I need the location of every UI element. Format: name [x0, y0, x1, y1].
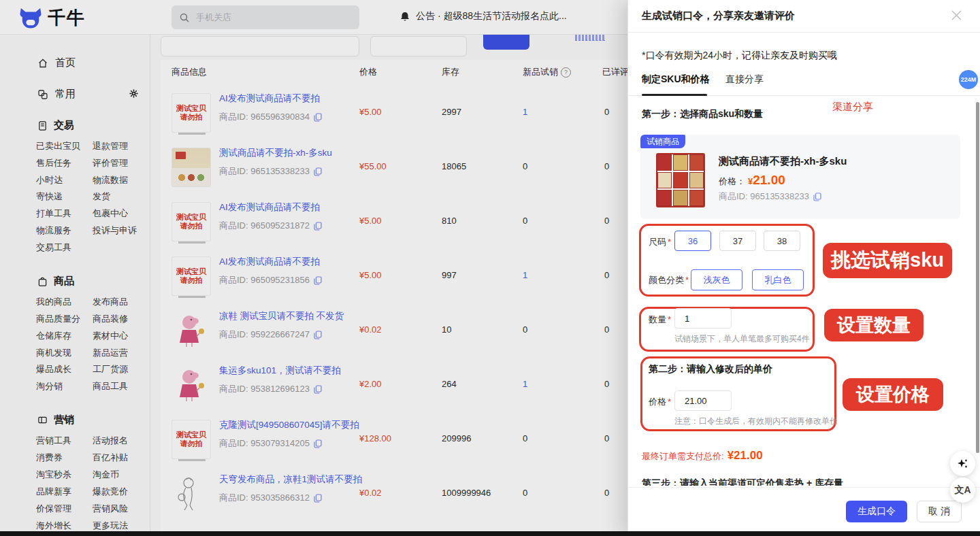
sidebar-link[interactable]: 已卖出宝贝 [36, 140, 80, 152]
product-title-link[interactable]: 天穹发布商品，凉鞋1测试请不要拍 [219, 473, 362, 486]
copy-icon[interactable] [314, 113, 322, 122]
size-option-38[interactable]: 38 [764, 231, 800, 251]
sidebar-link[interactable]: 营销工具 [36, 435, 71, 447]
filter-input-1[interactable] [161, 36, 359, 56]
copy-icon[interactable] [314, 167, 322, 176]
sidebar-link[interactable]: 打单工具 [36, 207, 71, 220]
sidebar-item-frequent[interactable]: 常用 [37, 88, 76, 101]
tab-set-sku-price[interactable]: 制定SKU和价格 [642, 73, 710, 86]
sidebar-link[interactable]: 商机发现 [36, 347, 71, 359]
stock-cell: 264 [442, 379, 457, 389]
sidebar-link[interactable]: 发货 [93, 190, 110, 203]
sidebar-link[interactable]: 商品质量分 [36, 313, 80, 325]
sidebar-link[interactable]: 消费券 [36, 452, 63, 464]
global-search[interactable] [172, 5, 359, 29]
sidebar-link[interactable]: 我的商品 [36, 296, 71, 308]
step2-heading: 第二步：请输入修改后的单价 [649, 363, 772, 375]
col-header-price: 价格 [359, 66, 377, 78]
product-title-link[interactable]: AI发布测试商品请不要拍 [219, 93, 320, 105]
trial-count-link[interactable]: 1 [523, 270, 527, 280]
tab-direct-share[interactable]: 直接分享 [725, 73, 764, 86]
quantity-input[interactable] [674, 308, 732, 329]
ai-sparkle-button[interactable] [950, 451, 975, 476]
cancel-button[interactable]: 取 消 [917, 501, 962, 522]
size-option-37[interactable]: 37 [719, 231, 756, 251]
filter-input-2[interactable] [370, 36, 467, 56]
product-id: 商品ID: 965596390834 [219, 111, 322, 123]
stock-cell: 997 [442, 270, 457, 280]
copy-icon[interactable] [314, 331, 322, 339]
sidebar-link[interactable]: 发布商品 [93, 296, 128, 308]
sidebar-link[interactable]: 物流数据 [93, 174, 128, 186]
sidebar-item-home[interactable]: 首页 [37, 56, 76, 69]
drawer-scrollbar[interactable] [976, 102, 979, 453]
sidebar-link[interactable]: 百亿补贴 [93, 452, 128, 464]
sidebar-link[interactable]: 退款管理 [93, 140, 128, 152]
sidebar-link[interactable]: 素材中心 [93, 330, 128, 342]
frequent-icon [37, 89, 48, 100]
sidebar-link[interactable]: 售后任务 [36, 157, 71, 169]
thumbnail-caption [178, 133, 206, 135]
sidebar-link[interactable]: 包裹中心 [93, 207, 128, 220]
trial-count-link[interactable]: 1 [523, 379, 527, 389]
announcement[interactable]: 公告 · 超级88生活节活动报名点此... [400, 10, 567, 22]
sidebar-link[interactable]: 物流服务 [36, 224, 71, 237]
advanced-filter-link[interactable] [575, 34, 605, 41]
product-title-link[interactable]: 测试商品请不要拍-xh-多sku [219, 147, 332, 159]
memory-badge[interactable]: 224M [959, 70, 978, 89]
sidebar-link[interactable]: 淘金币 [93, 469, 119, 481]
sidebar-link[interactable]: 评价管理 [93, 157, 128, 169]
copy-icon[interactable] [314, 222, 322, 231]
generate-passcode-button[interactable]: 生成口令 [846, 501, 907, 522]
product-title-link[interactable]: AI发布测试商品请不要拍 [219, 201, 320, 214]
close-icon[interactable] [951, 10, 963, 22]
product-title-link[interactable]: 克隆测试[949508607045]请不要拍 [219, 419, 359, 431]
active-tab-underline [642, 94, 707, 96]
sidebar-link[interactable]: 更多玩法 [93, 520, 128, 532]
sidebar-link[interactable]: 爆款竞价 [93, 486, 128, 498]
search-input[interactable] [195, 12, 333, 23]
size-option-36[interactable]: 36 [674, 231, 711, 251]
product-title-link[interactable]: AI发布测试商品请不要拍 [219, 256, 320, 268]
sidebar-link[interactable]: 交易工具 [36, 241, 71, 254]
sidebar-link[interactable]: 活动报名 [93, 435, 128, 447]
sidebar-link[interactable]: 小时达 [36, 174, 63, 186]
sidebar-link[interactable]: 品牌新享 [36, 486, 71, 498]
sidebar-link[interactable]: 价保管理 [36, 503, 71, 515]
sidebar-link[interactable]: 淘分销 [36, 380, 63, 392]
copy-icon[interactable] [314, 276, 322, 285]
sidebar-link[interactable]: 营销风险 [93, 503, 128, 515]
sidebar-link[interactable]: 海外增长 [36, 520, 71, 532]
sidebar-link[interactable]: 商品工具 [93, 380, 128, 392]
product-title-link[interactable]: 凉鞋 测试宝贝请不要拍 不发货 [219, 310, 344, 322]
price-input[interactable] [674, 390, 732, 411]
sidebar-link[interactable]: 投诉与申诉 [93, 224, 137, 237]
help-icon[interactable] [561, 67, 571, 78]
product-title-link[interactable]: 集运多sku101，测试请不要拍 [219, 365, 341, 377]
product-id: 商品ID: 965095231872 [219, 220, 322, 232]
logo-text: 千牛 [48, 6, 86, 30]
copy-icon[interactable] [314, 439, 322, 448]
copy-icon[interactable] [314, 385, 322, 394]
color-option-ivory[interactable]: 乳白色 [752, 269, 804, 290]
trial-count-link[interactable]: 1 [523, 107, 527, 117]
trial-count: 0 [523, 324, 527, 335]
copy-icon[interactable] [813, 192, 821, 201]
reviewed-cell: 0 [604, 107, 609, 117]
product-thumbnail: 测试宝贝请勿拍 [172, 202, 211, 241]
sidebar-link[interactable]: 新品运营 [93, 347, 128, 359]
copy-icon[interactable] [314, 494, 322, 503]
table-row: 天穹发布商品，凉鞋1测试请不要拍 商品ID: 953035866312 ¥0.0… [161, 466, 627, 520]
sidebar-link[interactable]: 淘宝秒杀 [36, 469, 71, 481]
translate-button[interactable]: 文A [950, 478, 975, 503]
sidebar-link[interactable]: 商品装修 [93, 313, 128, 325]
table-row: 测试宝贝请勿拍 AI发布测试商品请不要拍 商品ID: 965596390834 … [161, 85, 627, 139]
total-price-line: 最终订单需支付总价: ¥21.00 [642, 449, 763, 463]
sidebar-link[interactable]: 工厂货源 [93, 363, 128, 375]
sidebar-link[interactable]: 爆品成长 [36, 363, 71, 375]
sidebar-link[interactable]: 仓储库存 [36, 330, 71, 342]
table-row: 测试宝贝请勿拍 克隆测试[949508607045]请不要拍 商品ID: 953… [161, 412, 627, 466]
color-option-light-gray[interactable]: 浅灰色 [691, 269, 742, 290]
settings-gear-icon[interactable] [129, 89, 138, 98]
sidebar-link[interactable]: 寄快递 [36, 190, 63, 203]
